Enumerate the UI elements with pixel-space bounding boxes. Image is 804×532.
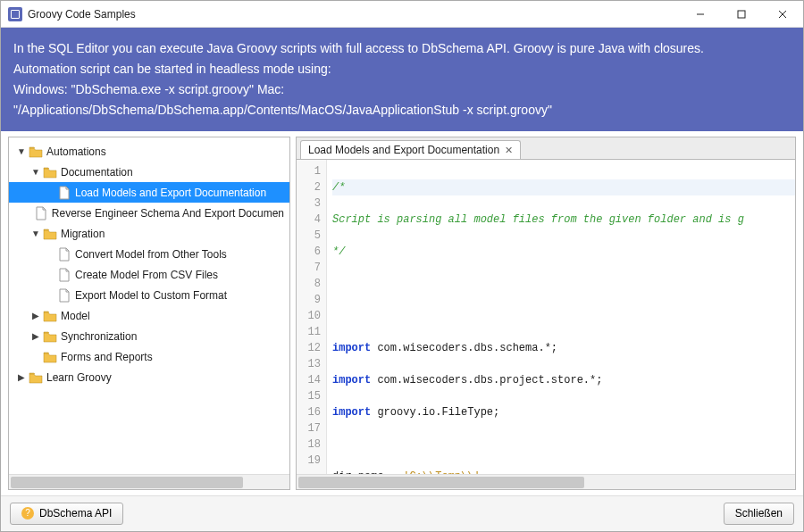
tree-node-export-custom[interactable]: Export Model to Custom Format (9, 285, 289, 305)
code-line (332, 276, 795, 292)
folder-icon (43, 165, 57, 179)
tree-node-create-csv[interactable]: Create Model From CSV Files (9, 264, 289, 285)
code-line: import groovy.io.FileType; (332, 404, 795, 420)
tree-label: Automations (46, 145, 106, 158)
tree-label: Reverse Engineer Schema And Export Docum… (52, 207, 284, 220)
file-icon (57, 186, 71, 200)
close-button[interactable]: Schließen (724, 503, 794, 525)
tab-label: Load Models and Export Documentation (308, 144, 499, 156)
code-line: Script is parsing all model files from t… (332, 213, 744, 226)
tree-node-sync[interactable]: ▶ Synchronization (9, 326, 289, 346)
tree-node-reverse-engineer[interactable]: Reverse Engineer Schema And Export Docum… (9, 203, 289, 223)
editor-panel: Load Models and Export Documentation ✕ 1… (296, 137, 796, 490)
chevron-down-icon[interactable]: ▼ (30, 229, 41, 238)
editor-horizontal-scrollbar[interactable] (297, 474, 795, 489)
line-gutter: 12345678910111213141516171819 (297, 160, 327, 474)
file-icon (57, 288, 71, 303)
tree-node-learn[interactable]: ▶ Learn Groovy (9, 367, 289, 387)
code-line: /* (332, 181, 345, 194)
sample-tree[interactable]: ▼ Automations ▼ Documentation Load Model… (9, 137, 289, 474)
file-icon (34, 206, 48, 220)
window-maximize-button[interactable] (721, 1, 762, 28)
app-icon (8, 7, 22, 21)
banner-line: Automation script can be started in head… (13, 59, 791, 79)
code-line: import com.wisecoders.dbs.schema.*; (332, 340, 795, 356)
window-minimize-button[interactable] (680, 1, 721, 28)
scrollbar-thumb[interactable] (298, 477, 584, 488)
footer-bar: ? DbSchema API Schließen (1, 495, 803, 531)
folder-icon (43, 329, 57, 344)
folder-icon (43, 227, 57, 241)
scrollbar-thumb[interactable] (11, 477, 243, 488)
tree-label: Create Model From CSV Files (75, 269, 218, 281)
folder-icon (29, 370, 43, 385)
titlebar: Groovy Code Samples (1, 1, 803, 28)
tree-node-migration[interactable]: ▼ Migration (9, 223, 289, 244)
code-line (332, 436, 795, 453)
svg-rect-1 (738, 11, 745, 18)
chevron-right-icon[interactable]: ▶ (16, 372, 27, 382)
chevron-right-icon[interactable]: ▶ (30, 331, 41, 341)
window-close-button[interactable] (762, 1, 803, 28)
main-body: ▼ Automations ▼ Documentation Load Model… (1, 131, 803, 495)
chevron-right-icon[interactable]: ▶ (30, 311, 41, 320)
tree-label: Documentation (61, 166, 133, 179)
code-line: */ (332, 245, 345, 258)
chevron-down-icon[interactable]: ▼ (30, 167, 41, 177)
info-banner: In the SQL Editor you can execute Java G… (1, 28, 803, 131)
button-label: DbSchema API (39, 507, 112, 520)
tree-label: Learn Groovy (46, 371, 112, 384)
tree-label: Convert Model from Other Tools (75, 248, 227, 261)
file-icon (57, 268, 71, 282)
dbschema-api-button[interactable]: ? DbSchema API (10, 503, 123, 525)
code-area[interactable]: /* Script is parsing all model files fro… (327, 160, 795, 474)
banner-line: Windows: "DbSchema.exe -x script.groovy"… (13, 79, 791, 100)
help-icon: ? (21, 507, 34, 520)
chevron-down-icon[interactable]: ▼ (16, 146, 27, 156)
tree-label: Model (61, 310, 90, 322)
code-editor[interactable]: 12345678910111213141516171819 /* Script … (297, 159, 795, 474)
tree-node-forms[interactable]: Forms and Reports (9, 346, 289, 367)
editor-tab[interactable]: Load Models and Export Documentation ✕ (300, 140, 521, 159)
app-window: Groovy Code Samples In the SQL Editor yo… (0, 0, 804, 532)
close-icon[interactable]: ✕ (505, 145, 513, 156)
tree-node-load-models[interactable]: Load Models and Export Documentation (9, 182, 289, 203)
code-line: import com.wisecoders.dbs.project.store.… (332, 372, 795, 388)
folder-icon (43, 309, 57, 323)
tree-label: Export Model to Custom Format (75, 289, 227, 302)
tree-label: Synchronization (61, 330, 137, 343)
tree-panel: ▼ Automations ▼ Documentation Load Model… (8, 137, 290, 490)
tree-node-model[interactable]: ▶ Model (9, 305, 289, 326)
tree-label: Migration (61, 228, 105, 240)
tree-node-automations[interactable]: ▼ Automations (9, 141, 289, 162)
file-icon (57, 247, 71, 262)
tree-label: Load Models and Export Documentation (75, 187, 266, 199)
tree-label: Forms and Reports (61, 351, 153, 363)
button-label: Schließen (735, 507, 783, 520)
code-line (332, 308, 795, 324)
folder-icon (43, 350, 57, 364)
tree-node-convert[interactable]: Convert Model from Other Tools (9, 244, 289, 264)
folder-icon (29, 145, 43, 159)
banner-line: In the SQL Editor you can execute Java G… (13, 38, 791, 59)
window-title: Groovy Code Samples (28, 8, 136, 21)
tree-horizontal-scrollbar[interactable] (9, 474, 289, 489)
tree-node-documentation[interactable]: ▼ Documentation (9, 162, 289, 182)
editor-tabs: Load Models and Export Documentation ✕ (297, 137, 795, 159)
banner-line: "/Applications/DbSchema/DbSchema.app/Con… (13, 100, 791, 121)
